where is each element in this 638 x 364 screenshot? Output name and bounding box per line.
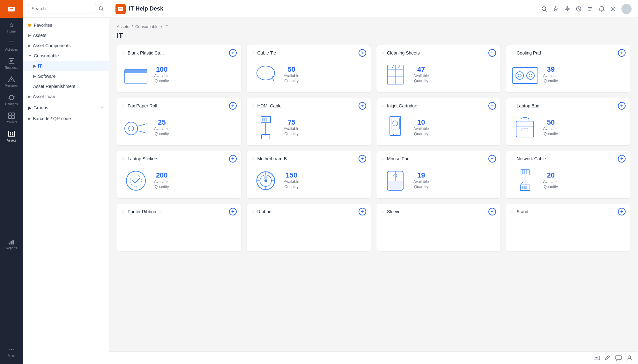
sidebar-item-assets[interactable]: ▶ Assets (23, 30, 109, 40)
header-list-icon[interactable] (587, 6, 593, 12)
quantity-label: AvailableQuantity (154, 179, 169, 189)
add-button[interactable]: + (359, 208, 366, 215)
avatar[interactable] (621, 4, 632, 14)
sidebar-item-asset-components[interactable]: ▶ Asset Components (23, 40, 109, 51)
sidebar-item-groups[interactable]: ▶ Groups + (23, 102, 109, 113)
add-button[interactable]: + (618, 208, 626, 215)
star-icon[interactable]: ☆ (381, 209, 385, 214)
star-icon[interactable]: ☆ (251, 103, 256, 108)
search-input[interactable] (28, 4, 96, 13)
add-group-button[interactable]: + (100, 104, 104, 111)
breadcrumb-it[interactable]: IT (165, 24, 168, 29)
sidebar-item-asset-loan[interactable]: ▶ Asset Loan (23, 91, 109, 102)
card-title: Sleeve (387, 209, 401, 214)
nav-changes[interactable]: Changes (0, 91, 23, 109)
sidebar-software-label: Software (38, 74, 56, 79)
nav-home[interactable]: ⌂ Home (0, 18, 23, 36)
add-button[interactable]: + (359, 155, 366, 163)
star-icon[interactable]: ☆ (381, 50, 385, 55)
nav-home-label: Home (7, 30, 16, 33)
breadcrumb-consumable[interactable]: Consumable (135, 24, 159, 29)
asset-card-hdmi: ☆ HDMI Cable + 75 AvailableQuantity (247, 98, 371, 146)
nav-reports[interactable]: Reports (0, 235, 23, 253)
add-button[interactable]: + (359, 49, 366, 57)
edit-icon[interactable] (604, 354, 611, 361)
header-search-icon[interactable] (541, 6, 547, 12)
nav-projects[interactable]: Projects (0, 109, 23, 127)
star-icon[interactable]: ☆ (511, 209, 515, 214)
add-button[interactable]: + (488, 102, 496, 110)
svg-point-29 (542, 7, 546, 11)
nav-problems[interactable]: Problems (0, 73, 23, 91)
add-button[interactable]: + (229, 208, 237, 215)
add-button[interactable]: + (359, 102, 366, 110)
svg-rect-64 (522, 128, 528, 132)
header-history-icon[interactable] (575, 6, 582, 12)
search-icon[interactable] (99, 6, 104, 11)
add-button[interactable]: + (488, 155, 496, 163)
star-icon[interactable]: ☆ (251, 50, 256, 55)
svg-point-93 (628, 356, 631, 358)
requests-icon (8, 58, 15, 65)
svg-rect-80 (524, 170, 525, 174)
star-icon[interactable]: ☆ (251, 156, 256, 161)
star-icon[interactable]: ☆ (122, 156, 126, 161)
breadcrumb-assets[interactable]: Assets (117, 24, 129, 29)
header-lightning-icon[interactable] (564, 6, 570, 12)
svg-rect-56 (266, 118, 267, 121)
add-button[interactable]: + (229, 102, 237, 110)
svg-rect-24 (12, 240, 14, 244)
card-title: Stand (517, 209, 529, 214)
nav-assets-label: Assets (7, 139, 16, 142)
card-image (511, 168, 539, 193)
add-button[interactable]: + (618, 102, 626, 110)
comment-icon[interactable] (615, 354, 622, 361)
svg-rect-32 (588, 9, 592, 9)
nav-assets[interactable]: Assets (0, 127, 23, 145)
card-image (381, 115, 410, 140)
add-button[interactable]: + (488, 49, 496, 57)
card-title: HDMI Cable (257, 103, 282, 108)
star-icon[interactable]: ☆ (381, 103, 385, 108)
star-icon[interactable]: ☆ (511, 103, 515, 108)
add-button[interactable]: + (488, 208, 496, 215)
sidebar-item-it[interactable]: ▶ IT (23, 61, 109, 71)
projects-icon (8, 112, 15, 119)
quantity-number: 20 (547, 171, 555, 179)
person-icon[interactable] (626, 354, 633, 361)
nav-requests[interactable]: Requests (0, 55, 23, 73)
sidebar-barcode-label: Barcode / QR code (33, 116, 71, 121)
star-icon[interactable]: ☆ (511, 156, 515, 161)
star-icon[interactable]: ☆ (381, 156, 385, 161)
star-icon[interactable]: ☆ (251, 209, 256, 214)
svg-line-87 (520, 182, 523, 184)
star-icon[interactable]: ☆ (122, 209, 126, 214)
add-button[interactable]: + (618, 155, 626, 163)
star-icon[interactable]: ☆ (122, 50, 126, 55)
sidebar-item-asset-replenishment[interactable]: Asset Replenishment (23, 81, 109, 91)
svg-rect-92 (596, 359, 598, 359)
header-bell-icon[interactable] (598, 6, 605, 12)
svg-rect-91 (597, 357, 598, 358)
add-button[interactable]: + (229, 155, 237, 163)
keyboard-icon[interactable] (593, 354, 600, 361)
card-image (381, 62, 410, 87)
add-button[interactable]: + (618, 49, 626, 57)
sidebar-item-consumable[interactable]: ▼ Consumable (23, 51, 109, 61)
svg-point-66 (130, 175, 142, 186)
header-magic-icon[interactable] (553, 6, 559, 12)
star-icon[interactable]: ☆ (511, 50, 515, 55)
quantity-number: 10 (417, 118, 425, 127)
sidebar-item-barcode[interactable]: ▶ Barcode / QR code (23, 113, 109, 124)
sidebar-favorites[interactable]: Favorites (23, 20, 109, 30)
header-gear-icon[interactable] (610, 6, 616, 12)
svg-rect-23 (11, 241, 12, 244)
nav-activities[interactable]: Activities (0, 36, 23, 55)
svg-point-44 (516, 72, 523, 79)
sidebar-asset-loan-label: Asset Loan (33, 94, 55, 99)
svg-rect-3 (10, 8, 13, 9)
nav-more[interactable]: ··· More (0, 342, 23, 361)
add-button[interactable]: + (229, 49, 237, 57)
star-icon[interactable]: ☆ (122, 103, 126, 108)
sidebar-item-software[interactable]: ▶ Software (23, 71, 109, 81)
